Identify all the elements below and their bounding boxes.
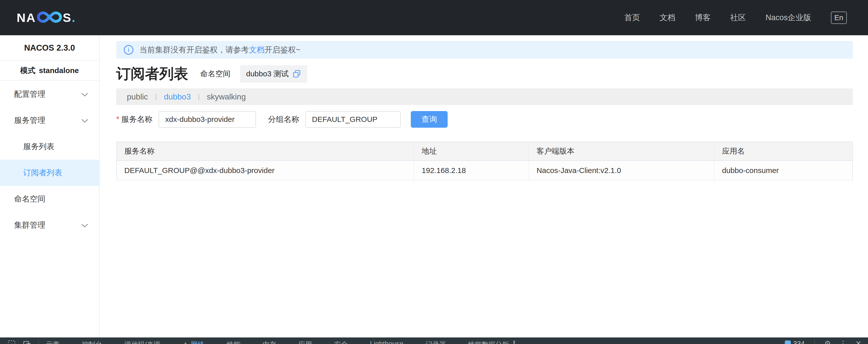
devtools-separator bbox=[814, 340, 815, 344]
namespace-tab-dubbo3[interactable]: dubbo3 bbox=[164, 92, 191, 102]
table-header-row: 服务名称 地址 客户端版本 应用名 bbox=[117, 142, 852, 161]
issues-counter[interactable]: 334 bbox=[785, 340, 805, 344]
tab-label: 控制台 bbox=[82, 340, 102, 344]
column-header-client-version: 客户端版本 bbox=[529, 142, 714, 161]
group-name-label: 分组名称 bbox=[268, 114, 299, 125]
copy-icon[interactable] bbox=[292, 69, 301, 78]
devtools-tab-security[interactable]: 安全 bbox=[334, 340, 348, 344]
group-name-input[interactable] bbox=[305, 111, 401, 128]
alert-text: 当前集群没有开启鉴权，请参考文档开启鉴权~ bbox=[140, 44, 300, 55]
service-name-input[interactable] bbox=[159, 111, 256, 128]
tab-separator: | bbox=[198, 93, 200, 101]
language-toggle-button[interactable]: En bbox=[831, 11, 847, 24]
cell-client-version: Nacos-Java-Client:v2.1.0 bbox=[529, 161, 714, 180]
nacos-logo[interactable]: NA S. bbox=[17, 9, 76, 26]
sidebar-item-cluster-management[interactable]: 集群管理 bbox=[0, 212, 99, 238]
devtools-separator bbox=[38, 340, 39, 344]
tab-label: 内存 bbox=[262, 340, 276, 344]
devtools-tab-elements[interactable]: 元素 bbox=[46, 340, 60, 344]
nav-link-community[interactable]: 社区 bbox=[730, 12, 746, 23]
namespace-tab-bar: public | dubbo3 | skywalking bbox=[116, 89, 853, 105]
nav-link-docs[interactable]: 文档 bbox=[660, 12, 675, 23]
nav-link-enterprise[interactable]: Nacos企业版 bbox=[766, 12, 811, 23]
nav-link-home[interactable]: 首页 bbox=[624, 12, 640, 23]
column-header-app-name: 应用名 bbox=[714, 142, 852, 161]
column-header-service-name: 服务名称 bbox=[117, 142, 414, 161]
chevron-down-icon bbox=[81, 90, 89, 99]
devtools-tab-console[interactable]: 控制台 bbox=[82, 340, 102, 344]
tab-label: 源代码/来源 bbox=[124, 340, 160, 344]
devtools-tab-recorder[interactable]: 记录器 bbox=[426, 340, 446, 344]
sidebar-item-label: 服务列表 bbox=[23, 141, 55, 152]
devtools-bar: 元素 控制台 源代码/来源 ▲ 网络 性能 内存 应用 安全 Lighthous… bbox=[0, 338, 868, 344]
devtools-tab-sources[interactable]: 源代码/来源 bbox=[124, 340, 160, 344]
tab-separator: | bbox=[155, 93, 157, 101]
namespace-tab-skywalking[interactable]: skywalking bbox=[207, 92, 246, 102]
settings-gear-icon[interactable]: ⚙ bbox=[825, 340, 831, 344]
tab-label: Lighthouse bbox=[370, 340, 403, 344]
devtools-right-controls: 334 ⚙ ⋮ ✕ bbox=[785, 340, 862, 344]
info-icon: i bbox=[124, 45, 133, 55]
page-title: 订阅者列表 bbox=[116, 64, 188, 83]
close-icon[interactable]: ✕ bbox=[856, 340, 862, 344]
sidebar-item-namespace[interactable]: 命名空间 bbox=[0, 186, 99, 212]
sidebar-item-label: 订阅者列表 bbox=[23, 168, 62, 178]
mode-label: 模式 standalone bbox=[0, 61, 99, 80]
logo-dot: . bbox=[72, 10, 76, 25]
docs-link[interactable]: 文档 bbox=[249, 45, 265, 54]
sidebar-item-label: 命名空间 bbox=[14, 194, 45, 204]
tab-label: 网络 bbox=[191, 340, 205, 344]
top-navbar: NA S. 首页 文档 博客 社区 Nacos企业版 En bbox=[0, 0, 868, 35]
sidebar-item-service-list[interactable]: 服务列表 bbox=[0, 134, 99, 160]
devtools-tab-network[interactable]: ▲ 网络 bbox=[183, 340, 205, 344]
logo-text-left: NA bbox=[17, 10, 36, 25]
chevron-down-icon bbox=[81, 116, 89, 125]
subscriber-table: 服务名称 地址 客户端版本 应用名 DEFAULT_GROUP@@xdx-dub… bbox=[116, 141, 853, 180]
nacos-version-label: NACOS 2.3.0 bbox=[0, 35, 99, 61]
tab-label: 安全 bbox=[334, 340, 348, 344]
mode-value: standalone bbox=[39, 66, 79, 75]
cell-service-name: DEFAULT_GROUP@@xdx-dubbo3-provider bbox=[117, 161, 414, 180]
cell-app-name: dubbo-consumer bbox=[714, 161, 852, 180]
table-row: DEFAULT_GROUP@@xdx-dubbo3-provider 192.1… bbox=[117, 161, 852, 180]
sidebar-item-subscriber-list[interactable]: 订阅者列表 bbox=[0, 160, 99, 186]
sidebar-item-service-management[interactable]: 服务管理 bbox=[0, 107, 99, 134]
devtools-tabs: 元素 控制台 源代码/来源 ▲ 网络 性能 内存 应用 安全 Lighthous… bbox=[46, 340, 517, 344]
experiment-flask-icon bbox=[512, 341, 517, 344]
query-button[interactable]: 查询 bbox=[411, 111, 447, 128]
tab-label: 记录器 bbox=[426, 340, 446, 344]
issues-icon bbox=[785, 341, 791, 344]
cell-address: 192.168.2.18 bbox=[414, 161, 529, 180]
namespace-label: 命名空间 bbox=[200, 69, 230, 79]
kebab-menu-icon[interactable]: ⋮ bbox=[839, 340, 847, 344]
devtools-tab-memory[interactable]: 内存 bbox=[262, 340, 276, 344]
devtools-tab-performance-insights[interactable]: 性能数据分析 bbox=[468, 340, 517, 344]
required-asterisk: * bbox=[116, 115, 119, 124]
device-toolbar-icon[interactable] bbox=[23, 340, 31, 344]
namespace-tab-public[interactable]: public bbox=[127, 92, 148, 102]
nav-link-blog[interactable]: 博客 bbox=[695, 12, 711, 23]
devtools-tab-application[interactable]: 应用 bbox=[298, 340, 312, 344]
logo-text-right: S bbox=[63, 10, 72, 25]
warning-icon: ▲ bbox=[183, 340, 189, 344]
devtools-tab-performance[interactable]: 性能 bbox=[227, 340, 240, 344]
sidebar-item-label: 配置管理 bbox=[14, 89, 45, 100]
devtools-tab-lighthouse[interactable]: Lighthouse bbox=[370, 340, 403, 344]
chevron-down-icon bbox=[81, 220, 89, 230]
nacos-console-window: NA S. 首页 文档 博客 社区 Nacos企业版 En bbox=[0, 0, 868, 344]
tab-label: 性能 bbox=[227, 340, 240, 344]
sidebar-menu: 配置管理 服务管理 服务列表 订阅者列表 bbox=[0, 80, 99, 238]
inspect-element-icon[interactable] bbox=[7, 340, 16, 344]
tab-label: 性能数据分析 bbox=[468, 340, 509, 344]
alert-text-after: 开启鉴权~ bbox=[265, 45, 300, 54]
tab-label: 应用 bbox=[298, 340, 312, 344]
navbar-links: 首页 文档 博客 社区 Nacos企业版 En bbox=[624, 11, 847, 24]
sidebar-item-label: 集群管理 bbox=[14, 220, 45, 231]
tab-label: 元素 bbox=[46, 340, 60, 344]
sidebar: NACOS 2.3.0 模式 standalone 配置管理 服务管理 bbox=[0, 35, 100, 338]
alert-text-before: 当前集群没有开启鉴权，请参考 bbox=[140, 45, 249, 54]
current-namespace-badge: dubbo3 测试 bbox=[240, 65, 307, 82]
sidebar-item-config-management[interactable]: 配置管理 bbox=[0, 81, 99, 107]
service-name-label: 服务名称 bbox=[121, 114, 153, 125]
sidebar-item-label: 服务管理 bbox=[14, 115, 45, 126]
